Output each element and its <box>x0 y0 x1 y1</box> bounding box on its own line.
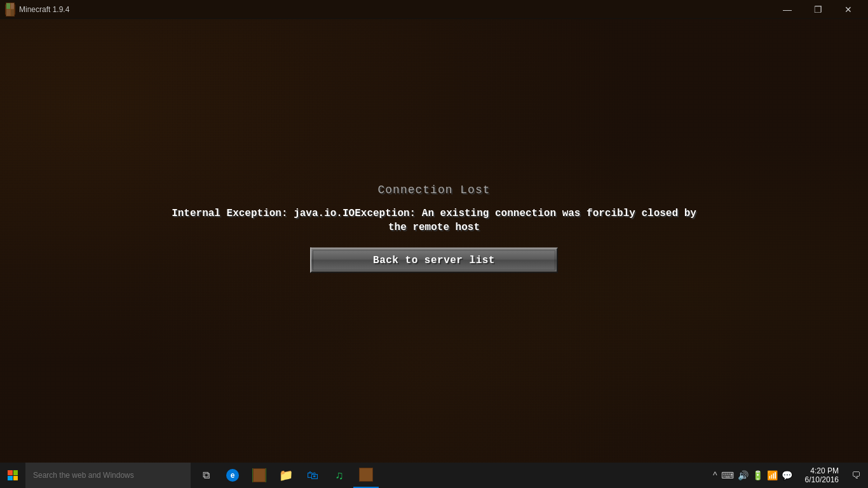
folder-button[interactable]: 📁 <box>273 463 299 488</box>
restore-button[interactable]: ❐ <box>803 0 832 19</box>
error-dialog: Connection Lost Internal Exception: java… <box>148 184 720 273</box>
chevron-up-icon[interactable]: ^ <box>713 470 717 480</box>
spotify-button[interactable]: ♫ <box>327 463 352 488</box>
folder-icon: 📁 <box>279 468 293 482</box>
volume-icon[interactable]: 🔊 <box>738 470 749 480</box>
game-area: Connection Lost Internal Exception: java… <box>0 19 868 463</box>
titlebar: Minecraft 1.9.4 — ❐ ✕ <box>0 0 868 19</box>
start-button[interactable] <box>0 463 25 488</box>
windows-icon <box>8 470 18 480</box>
edge-icon: e <box>226 469 239 482</box>
notification-icon: 🗨 <box>851 470 860 480</box>
minecraft-java-button[interactable] <box>247 463 272 488</box>
taskbar-icons: ⧉ e 📁 🛍 ♫ <box>193 463 379 488</box>
minecraft-active-button[interactable] <box>353 463 379 488</box>
task-view-button[interactable]: ⧉ <box>193 463 219 488</box>
window-controls: — ❐ ✕ <box>773 0 863 19</box>
system-tray: ^ ⌨ 🔊 🔋 📶 💬 <box>708 463 797 488</box>
minecraft-java-icon <box>252 468 266 482</box>
task-view-icon: ⧉ <box>203 470 210 481</box>
edge-button[interactable]: e <box>220 463 245 488</box>
taskbar: ⧉ e 📁 🛍 ♫ ^ ⌨ 🔊 <box>0 463 868 488</box>
message-icon[interactable]: 💬 <box>782 470 792 480</box>
back-to-server-list-button[interactable]: Back to server list <box>310 247 558 273</box>
search-input[interactable] <box>25 463 191 488</box>
spotify-icon: ♫ <box>335 469 344 482</box>
minecraft-icon <box>5 4 15 15</box>
titlebar-left: Minecraft 1.9.4 <box>5 4 69 15</box>
keyboard-icon[interactable]: ⌨ <box>721 470 734 480</box>
store-icon: 🛍 <box>307 469 318 482</box>
window-title: Minecraft 1.9.4 <box>19 5 69 14</box>
minimize-button[interactable]: — <box>773 0 802 19</box>
taskbar-right: ^ ⌨ 🔊 🔋 📶 💬 4:20 PM 6/10/2016 🗨 <box>708 463 868 488</box>
network-icon[interactable]: 📶 <box>767 470 778 480</box>
clock-time: 4:20 PM <box>810 466 839 475</box>
error-message-text: Internal Exception: java.io.IOException:… <box>164 207 704 235</box>
clock-date: 6/10/2016 <box>805 475 839 484</box>
clock[interactable]: 4:20 PM 6/10/2016 <box>800 463 844 488</box>
connection-lost-heading: Connection Lost <box>377 184 490 196</box>
close-button[interactable]: ✕ <box>834 0 863 19</box>
battery-icon[interactable]: 🔋 <box>752 470 763 480</box>
store-button[interactable]: 🛍 <box>300 463 325 488</box>
minecraft-active-icon <box>359 468 373 482</box>
notification-button[interactable]: 🗨 <box>846 463 865 488</box>
